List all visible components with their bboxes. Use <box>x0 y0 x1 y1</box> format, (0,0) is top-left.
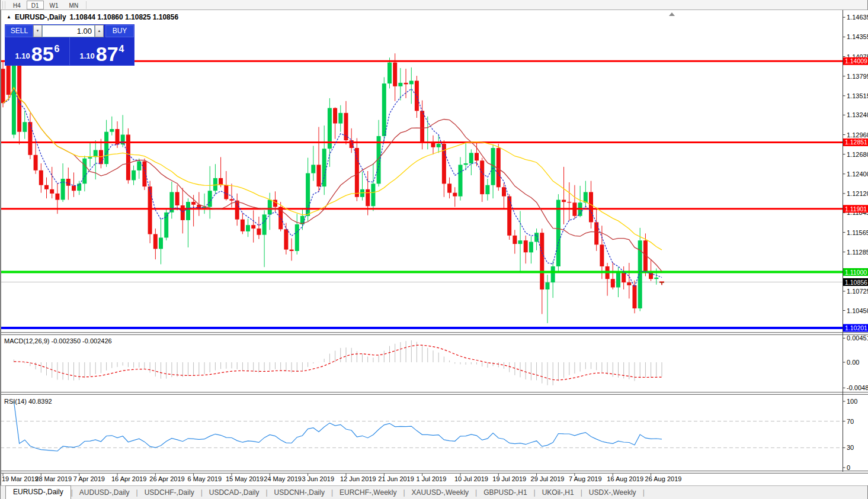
volume-input[interactable] <box>42 25 95 37</box>
buy-price[interactable]: 1.10 87 4 <box>70 37 134 65</box>
tab-gbpusd-h1[interactable]: GBPUSD-,H1 <box>477 487 533 499</box>
one-click-trading-panel: SELL ▼ ▲ BUY 1.10 85 6 1.10 87 4 <box>5 24 134 66</box>
timeframe-button-w1[interactable]: W1 <box>45 1 63 9</box>
toolbar-grip[interactable] <box>2 1 5 9</box>
time-axis-separator[interactable] <box>1 471 868 474</box>
tab-audusd-daily[interactable]: AUDUSD-,Daily <box>73 487 136 499</box>
sell-button[interactable]: SELL <box>5 25 33 37</box>
price-axis-tick: 1.13795 <box>847 73 868 80</box>
chart-tab-bar: EURUSD-,Daily|AUDUSD-,Daily|USDCHF-,Dail… <box>1 485 867 499</box>
time-axis-label: 3 Jun 2019 <box>302 475 334 482</box>
macd-axis-tick: -0.004806 <box>847 384 868 391</box>
time-axis-label: 26 Apr 2019 <box>149 475 184 482</box>
time-axis-label: 10 Jul 2019 <box>454 475 488 482</box>
sell-price[interactable]: 1.10 85 6 <box>5 37 70 65</box>
time-axis-label: 6 May 2019 <box>188 475 222 482</box>
macd-indicator-label: MACD(12,26,9) -0.002350 -0.002426 <box>4 337 112 345</box>
macd-axis-tick: 0.00 <box>847 359 859 366</box>
price-axis-tick: 1.12400 <box>847 170 868 178</box>
rsi-axis-tick: 30 <box>847 444 854 451</box>
buy-price-prefix: 1.10 <box>79 51 94 60</box>
time-axis-label: 1 Jul 2019 <box>417 475 447 482</box>
time-axis-label: 21 Jun 2019 <box>378 475 414 482</box>
timeframe-button-mn[interactable]: MN <box>65 1 84 9</box>
tab-divider: | <box>643 488 645 499</box>
rsi-axis-tick: 0 <box>847 464 850 471</box>
buy-button[interactable]: BUY <box>105 25 134 37</box>
time-axis-label: 19 Mar 2019 <box>2 475 39 482</box>
price-axis-tick: 1.10450 <box>847 307 868 314</box>
tab-usdcnh-daily[interactable]: USDCNH-,Daily <box>268 487 331 499</box>
level-price-label-text: 1.11901 <box>845 205 867 213</box>
volume-increase-button[interactable]: ▲ <box>95 25 104 37</box>
splitter-main-macd[interactable] <box>1 333 868 335</box>
time-axis-label: 24 May 2019 <box>264 475 302 482</box>
time-axis-label: 15 May 2019 <box>226 475 264 482</box>
price-axis-tick: 1.12960 <box>847 131 868 139</box>
price-axis-tick: 1.10725 <box>847 288 868 295</box>
time-axis-label: 19 Jul 2019 <box>492 475 526 482</box>
time-axis[interactable]: 19 Mar 201928 Mar 20197 Apr 201916 Apr 2… <box>2 474 681 482</box>
tab-eurchf-weekly[interactable]: EURCHF-,Weekly <box>333 487 403 499</box>
rsi-axis-tick: 70 <box>847 418 854 425</box>
chart-background <box>1 10 868 485</box>
time-axis-label: 28 Mar 2019 <box>35 475 72 482</box>
level-price-label-text: 1.14009 <box>845 57 867 65</box>
tab-eurusd-daily[interactable]: EURUSD-,Daily <box>5 485 71 499</box>
tab-usdx-weekly[interactable]: USDX-,Weekly <box>582 487 643 499</box>
time-axis-label: 16 Aug 2019 <box>607 475 643 482</box>
buy-price-big-digits: 87 <box>96 45 118 63</box>
level-price-label-text: 1.12851 <box>845 139 867 146</box>
time-axis-label: 7 Aug 2019 <box>569 475 602 482</box>
level-price-label-text: 1.11000 <box>845 269 867 276</box>
chart-symbol-label: EURUSD-,Daily <box>15 13 66 21</box>
timeframe-button-d1[interactable]: D1 <box>27 1 44 9</box>
mt4-window: H4D1W1MN 19 Mar 201928 Mar 20197 Apr 201… <box>0 0 868 499</box>
chart-canvas[interactable]: 19 Mar 201928 Mar 20197 Apr 201916 Apr 2… <box>1 10 868 485</box>
level-price-label-text: 1.10201 <box>845 324 867 331</box>
sell-price-pip-digit: 6 <box>55 44 60 54</box>
collapse-arrow-icon[interactable]: ▲ <box>7 14 11 20</box>
timeframe-button-h4[interactable]: H4 <box>8 1 25 9</box>
toolbar-separator <box>86 1 87 9</box>
time-axis-label: 12 Jun 2019 <box>340 475 376 482</box>
tab-xauusd-weekly[interactable]: XAUUSD-,Weekly <box>405 487 475 499</box>
price-axis-tick: 1.12680 <box>847 151 868 158</box>
time-axis-label: 7 Apr 2019 <box>73 475 105 482</box>
current-price-label-text: 1.10856 <box>845 279 867 286</box>
macd-axis-tick: 0.004517 <box>847 334 868 342</box>
time-axis-label: 16 Apr 2019 <box>111 475 146 482</box>
buy-price-pip-digit: 4 <box>119 44 124 54</box>
price-axis-tick: 1.13515 <box>847 92 868 99</box>
rsi-axis-tick: 100 <box>847 398 857 405</box>
rsi-indicator-label: RSI(14) 40.8392 <box>4 398 52 405</box>
price-axis-tick: 1.11285 <box>847 249 868 256</box>
tab-usdchf-daily[interactable]: USDCHF-,Daily <box>138 487 201 499</box>
price-axis-tick: 1.14355 <box>847 33 868 40</box>
time-axis-label: 29 Jul 2019 <box>531 475 565 482</box>
price-axis-tick: 1.12120 <box>847 190 868 197</box>
splitter-macd-rsi[interactable] <box>1 392 868 395</box>
sell-price-prefix: 1.10 <box>15 51 30 60</box>
tab-usdcad-daily[interactable]: USDCAD-,Daily <box>203 487 266 499</box>
timeframe-toolbar: H4D1W1MN <box>1 0 867 10</box>
price-axis-tick: 1.14635 <box>847 14 868 21</box>
volume-decrease-button[interactable]: ▼ <box>33 25 42 37</box>
chart-ohlc-values: 1.10844 1.10860 1.10825 1.10856 <box>70 13 179 21</box>
price-axis-tick: 1.13240 <box>847 111 868 118</box>
chart-title: ▲ EURUSD-,Daily 1.10844 1.10860 1.10825 … <box>7 13 178 21</box>
tab-ukoil-h1[interactable]: UKOil-,H1 <box>536 487 581 499</box>
price-axis-tick: 1.11565 <box>847 229 868 236</box>
sell-price-big-digits: 85 <box>31 45 54 63</box>
time-axis-label: 26 Aug 2019 <box>645 475 682 482</box>
